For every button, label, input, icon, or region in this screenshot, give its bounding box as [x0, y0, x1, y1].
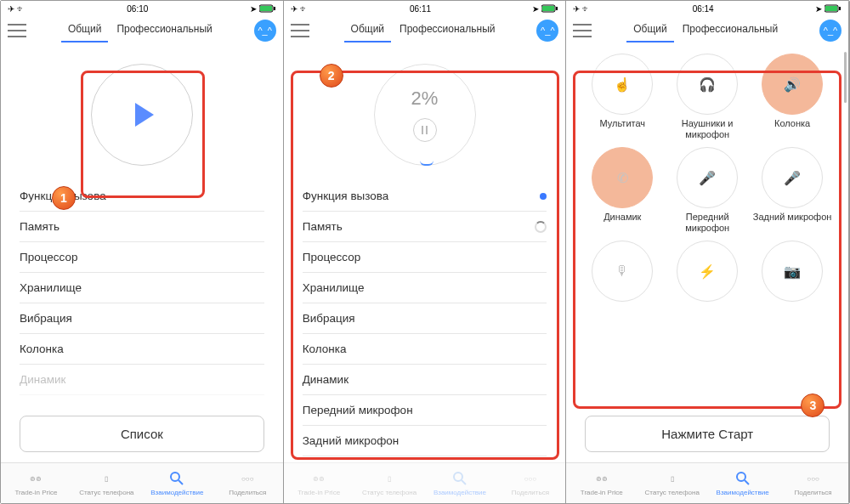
test-speaker[interactable]: 🔊 [762, 54, 823, 115]
list-item[interactable]: Вибрация [20, 303, 264, 334]
progress-value: 2% [411, 88, 439, 110]
clock: 06:10 [127, 4, 148, 14]
test-connector[interactable]: ⚡ [677, 241, 738, 302]
svg-rect-12 [839, 7, 841, 10]
nav-tradein[interactable]: ⊚⊚Trade-in Price [1, 463, 71, 503]
list-item[interactable]: Передний микрофон [303, 395, 547, 426]
test-front-mic[interactable]: 🎤 [677, 147, 738, 208]
speaker-icon: 🔊 [784, 76, 801, 93]
menu-icon[interactable] [291, 24, 309, 37]
list-item[interactable]: Процессор [303, 242, 547, 273]
svg-line-4 [178, 480, 183, 484]
wifi-icon: ᯤ [17, 4, 26, 14]
nav-share[interactable]: ○○○Поделиться [778, 463, 848, 503]
play-icon [135, 103, 154, 127]
menu-icon[interactable] [8, 24, 26, 37]
status-bar: ✈ᯤ 06:11 ➤ [284, 1, 566, 16]
promo-badge[interactable]: ^_^ [536, 20, 558, 42]
nav-interaction[interactable]: Взаимодействие [142, 463, 212, 503]
spinner-icon [535, 221, 547, 233]
tab-general[interactable]: Общий [628, 22, 672, 38]
list-item[interactable]: Хранилище [20, 273, 264, 303]
svg-rect-11 [825, 6, 837, 11]
status-done-icon [540, 193, 547, 200]
tab-general[interactable]: Общий [63, 22, 107, 38]
tab-pro[interactable]: Профессиональный [111, 22, 217, 38]
play-button[interactable] [91, 64, 193, 166]
nav-share[interactable]: ○○○Поделиться [212, 463, 283, 503]
pause-button[interactable] [413, 118, 437, 142]
tab-pro[interactable]: Профессиональный [394, 22, 500, 38]
list-item[interactable]: Память [20, 212, 264, 242]
menu-icon[interactable] [573, 24, 592, 37]
svg-rect-7 [556, 7, 558, 10]
list-item[interactable]: Функция вызова [303, 181, 547, 212]
list-item[interactable]: Динамик [20, 365, 264, 395]
svg-point-13 [737, 473, 745, 481]
phone-handset-icon: ✆ [617, 170, 628, 186]
bottom-nav: ⊚⊚Trade-in Price ▯Статус телефона Взаимо… [284, 462, 566, 503]
svg-line-14 [745, 480, 749, 484]
bottom-nav: ⊚⊚Trade-in Price ▯Статус телефона Взаимо… [566, 462, 848, 503]
list-item[interactable]: Хранилище [303, 273, 547, 303]
list-item[interactable]: Динамик [303, 365, 547, 395]
mic-icon: 🎤 [784, 170, 801, 186]
svg-point-3 [171, 473, 179, 481]
step-badge-1: 1 [52, 186, 76, 210]
list-item[interactable]: Вибрация [303, 303, 547, 334]
svg-point-8 [454, 473, 462, 481]
tab-general[interactable]: Общий [346, 22, 390, 38]
nav-tradein[interactable]: ⊚⊚Trade-in Price [284, 463, 354, 503]
search-icon [169, 470, 184, 487]
camera-icon: 📷 [784, 263, 801, 280]
test-headphones[interactable]: 🎧 [677, 54, 738, 115]
step-badge-2: 2 [320, 64, 343, 88]
phone-icon: ▯ [105, 470, 108, 487]
status-bar: ✈ᯤ 06:14 ➤ [566, 1, 848, 16]
nav-status[interactable]: ▯Статус телефона [637, 463, 707, 503]
more-icon: ○○○ [241, 470, 254, 487]
list-item[interactable]: Процессор [20, 242, 264, 273]
nav-status[interactable]: ▯Статус телефона [354, 463, 425, 503]
svg-rect-2 [274, 7, 275, 10]
test-camera[interactable]: 📷 [762, 241, 823, 302]
status-bar: ✈ᯤ 06:10 ➤ [1, 1, 283, 16]
promo-badge[interactable]: ^_^ [819, 20, 842, 42]
nav-interaction[interactable]: Взаимодействие [707, 463, 778, 503]
nav-share[interactable]: ○○○Поделиться [495, 463, 565, 503]
test-receiver[interactable]: ✆ [592, 147, 653, 208]
battery-icon [259, 4, 276, 13]
progress-circle: 2% [374, 64, 476, 166]
headphones-icon: 🎧 [699, 76, 716, 93]
location-icon: ➤ [250, 4, 257, 14]
promo-badge[interactable]: ^_^ [254, 20, 276, 42]
tab-pro[interactable]: Профессиональный [677, 22, 783, 38]
touch-icon: ☝ [614, 76, 631, 93]
mic-icon: 🎙 [615, 263, 629, 279]
coins-icon: ⊚⊚ [30, 470, 42, 487]
svg-rect-1 [260, 6, 272, 11]
nav-interaction[interactable]: Взаимодействие [425, 463, 496, 503]
test-bottom-mic[interactable]: 🎙 [592, 241, 653, 302]
bottom-nav: ⊚⊚Trade-in Price ▯Статус телефона Взаимо… [1, 462, 283, 503]
list-item[interactable]: Колонка [20, 334, 264, 365]
start-button[interactable]: Нажмите Старт [585, 416, 830, 452]
airplane-icon: ✈ [8, 4, 14, 14]
test-rear-mic[interactable]: 🎤 [762, 147, 823, 208]
list-item[interactable]: Задний микрофон [303, 426, 547, 456]
list-button[interactable]: Список [20, 416, 264, 452]
svg-line-9 [462, 480, 466, 484]
nav-tradein[interactable]: ⊚⊚Trade-in Price [566, 463, 637, 503]
nav-status[interactable]: ▯Статус телефона [71, 463, 142, 503]
list-item[interactable]: Колонка [303, 334, 547, 365]
svg-rect-6 [542, 6, 554, 11]
clock: 06:14 [693, 4, 714, 14]
clock: 06:11 [410, 4, 431, 14]
list-item[interactable]: Память [303, 212, 547, 242]
mic-icon: 🎤 [699, 170, 716, 186]
usb-icon: ⚡ [699, 263, 716, 280]
scroll-indicator[interactable] [844, 52, 847, 103]
test-multitouch[interactable]: ☝ [592, 54, 653, 115]
